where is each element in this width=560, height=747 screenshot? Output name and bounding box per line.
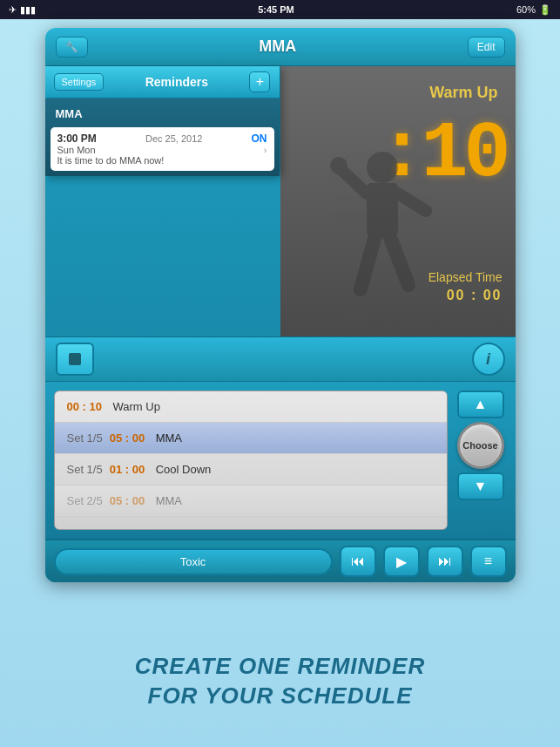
svg-point-6 (330, 157, 347, 174)
battery-label: 60% (516, 4, 536, 15)
add-reminder-button[interactable]: + (249, 71, 270, 92)
workout-name: MMA (156, 494, 435, 507)
app-header: 🔧 MMA Edit (45, 28, 516, 66)
bottom-line1: CREATE ONE REMINDER (9, 652, 551, 682)
edit-button[interactable]: Edit (468, 37, 505, 58)
table-row[interactable]: Set 2/5 05 : 00 MMA (55, 486, 447, 517)
stop-icon (69, 353, 81, 365)
reminder-date: Dec 25, 2012 (145, 133, 202, 144)
reminder-days: Sun Mon › (57, 145, 267, 155)
reminder-item[interactable]: 3:00 PM Dec 25, 2012 ON Sun Mon › It is … (51, 127, 274, 171)
svg-line-4 (361, 235, 375, 289)
reminders-content: MMA 3:00 PM Dec 25, 2012 ON Sun Mon › It… (45, 98, 280, 176)
chevron-down-icon: ▼ (474, 479, 488, 494)
reminder-category: MMA (51, 104, 274, 124)
signal-icon: ▮▮▮ (20, 4, 36, 16)
table-row[interactable]: Set 1/5 01 : 00 Cool Down (55, 454, 447, 486)
top-section: Settings Reminders + MMA 3:00 PM Dec 25,… (45, 66, 516, 336)
choose-area: ▲ Choose ▼ (455, 390, 507, 530)
reminders-title: Reminders (145, 75, 208, 89)
reminders-panel: Settings Reminders + MMA 3:00 PM Dec 25,… (45, 66, 280, 176)
status-bar: ✈ ▮▮▮ 5:45 PM 60% 🔋 (0, 0, 560, 19)
airplane-icon: ✈ (9, 4, 17, 16)
info-icon: i (486, 350, 490, 369)
reflection (45, 567, 516, 582)
workout-time: 00 : 10 (67, 400, 106, 413)
app-container: 🔧 MMA Edit Settings Reminders + MMA 3:00… (45, 28, 516, 582)
stop-button[interactable] (56, 343, 94, 376)
timer-display: Warm Up :10 (280, 66, 516, 336)
bottom-line2: FOR YOUR SCHEDULE (9, 682, 551, 711)
back-button[interactable]: 🔧 (56, 37, 88, 58)
status-bar-right: 60% 🔋 (516, 4, 551, 16)
workout-name: MMA (156, 431, 435, 445)
workout-name: Warm Up (113, 400, 435, 413)
workout-set: Set 1/5 (67, 463, 103, 476)
workout-set: Set 1/5 (67, 431, 103, 445)
workout-time: 05 : 00 (110, 431, 149, 445)
elapsed-time: 00 : 00 (447, 288, 503, 303)
elapsed-label: Elapsed Time (428, 270, 503, 284)
nav-up-button[interactable]: ▲ (457, 390, 504, 418)
reminder-message: It is time to do MMA now! (57, 155, 267, 166)
workout-time: 01 : 00 (110, 463, 149, 476)
chevron-up-icon: ▲ (474, 397, 488, 412)
choose-button[interactable]: Choose (457, 422, 504, 469)
settings-button[interactable]: Settings (54, 73, 105, 91)
svg-line-5 (389, 235, 408, 285)
svg-point-0 (367, 152, 398, 183)
table-row[interactable]: Set 1/5 05 : 00 MMA (55, 423, 447, 454)
table-row[interactable]: 00 : 10 Warm Up (55, 391, 447, 423)
reminder-time: 3:00 PM (57, 132, 97, 145)
controls-bar: i (45, 336, 516, 382)
battery-icon: 🔋 (539, 4, 551, 16)
workout-label: Warm Up (429, 84, 497, 102)
workout-set: Set 2/5 (67, 494, 103, 507)
status-bar-left: ✈ ▮▮▮ (9, 4, 36, 16)
app-body: Settings Reminders + MMA 3:00 PM Dec 25,… (45, 66, 516, 582)
bottom-text: CREATE ONE REMINDER FOR YOUR SCHEDULE (0, 635, 560, 720)
reminders-header: Settings Reminders + (45, 66, 280, 98)
reminder-row1: 3:00 PM Dec 25, 2012 ON (57, 132, 267, 145)
app-title: MMA (259, 37, 296, 56)
status-bar-time: 5:45 PM (258, 4, 294, 15)
info-button[interactable]: i (472, 343, 505, 376)
svg-line-3 (398, 194, 426, 211)
reminder-status: ON (251, 132, 267, 145)
chevron-right-icon: › (264, 145, 267, 155)
fighter-silhouette (304, 141, 461, 336)
nav-down-button[interactable]: ▼ (457, 472, 504, 500)
workout-list: 00 : 10 Warm Up Set 1/5 05 : 00 MMA Set … (54, 390, 448, 530)
wrench-icon: 🔧 (65, 41, 78, 53)
workout-time: 05 : 00 (110, 494, 149, 507)
workout-list-section: 00 : 10 Warm Up Set 1/5 05 : 00 MMA Set … (45, 382, 516, 539)
workout-name: Cool Down (156, 463, 435, 476)
